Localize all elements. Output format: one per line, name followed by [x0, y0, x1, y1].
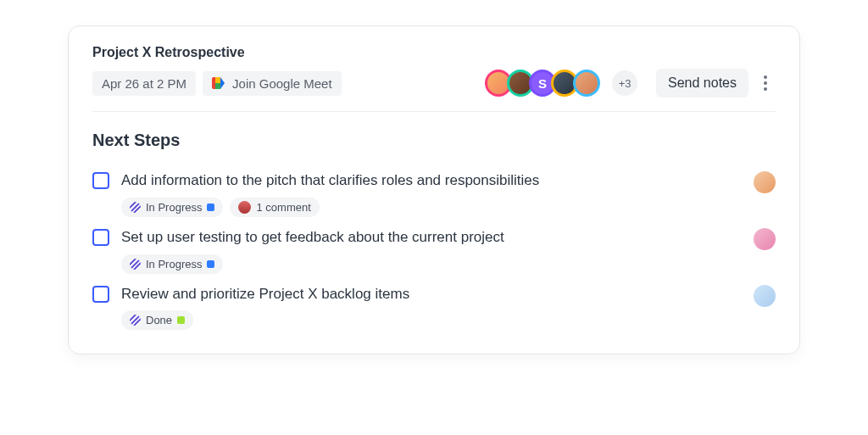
assignee-avatar[interactable]	[754, 171, 776, 193]
attendee-avatar[interactable]	[573, 70, 600, 97]
linear-icon	[130, 315, 141, 326]
status-chip[interactable]: In Progress	[121, 254, 223, 274]
status-dot	[177, 316, 185, 324]
status-chip[interactable]: In Progress	[121, 198, 223, 217]
task-checkbox[interactable]	[92, 286, 109, 303]
status-label: In Progress	[146, 258, 202, 270]
datetime-pill[interactable]: Apr 26 at 2 PM	[92, 71, 196, 96]
more-attendees-badge[interactable]: +3	[612, 70, 637, 96]
task-checkbox[interactable]	[92, 229, 109, 246]
status-dot	[207, 260, 214, 268]
linear-icon	[130, 259, 141, 270]
more-menu-button[interactable]	[755, 70, 776, 96]
task-row: Add information to the pitch that clarif…	[92, 162, 776, 219]
join-meet-label: Join Google Meet	[232, 76, 332, 91]
assignee-avatar[interactable]	[754, 285, 776, 307]
status-dot	[207, 204, 214, 211]
avatar-stack[interactable]: S	[485, 70, 600, 97]
join-meet-button[interactable]: Join Google Meet	[203, 71, 342, 96]
section-title: Next Steps	[92, 131, 776, 150]
task-row: Set up user testing to get feedback abou…	[92, 219, 776, 276]
task-chips: In Progress1 comment	[121, 198, 742, 217]
comment-label: 1 comment	[256, 201, 310, 214]
task-checkbox[interactable]	[92, 172, 109, 189]
assignee-avatar[interactable]	[754, 228, 776, 250]
comment-chip[interactable]: 1 comment	[230, 198, 319, 217]
task-list: Add information to the pitch that clarif…	[92, 162, 776, 332]
meeting-card: Project X Retrospective Apr 26 at 2 PM J…	[68, 25, 800, 354]
task-chips: In Progress	[121, 254, 742, 274]
task-text[interactable]: Add information to the pitch that clarif…	[121, 170, 742, 191]
task-row: Review and prioritize Project X backlog …	[92, 276, 776, 332]
status-chip[interactable]: Done	[121, 310, 193, 330]
task-body: Review and prioritize Project X backlog …	[121, 284, 742, 331]
task-body: Add information to the pitch that clarif…	[121, 170, 742, 217]
commenter-avatar-icon	[238, 201, 251, 214]
datetime-text: Apr 26 at 2 PM	[102, 76, 186, 91]
status-label: In Progress	[146, 201, 202, 214]
task-text[interactable]: Review and prioritize Project X backlog …	[121, 284, 742, 304]
meeting-title: Project X Retrospective	[92, 45, 776, 60]
status-label: Done	[146, 314, 172, 326]
meeting-header: Apr 26 at 2 PM Join Google Meet S +3 Sen…	[92, 69, 776, 112]
task-body: Set up user testing to get feedback abou…	[121, 227, 742, 274]
task-text[interactable]: Set up user testing to get feedback abou…	[121, 227, 742, 248]
google-meet-icon	[212, 77, 227, 89]
send-notes-button[interactable]: Send notes	[656, 69, 748, 98]
task-chips: Done	[121, 310, 742, 330]
linear-icon	[130, 202, 141, 213]
